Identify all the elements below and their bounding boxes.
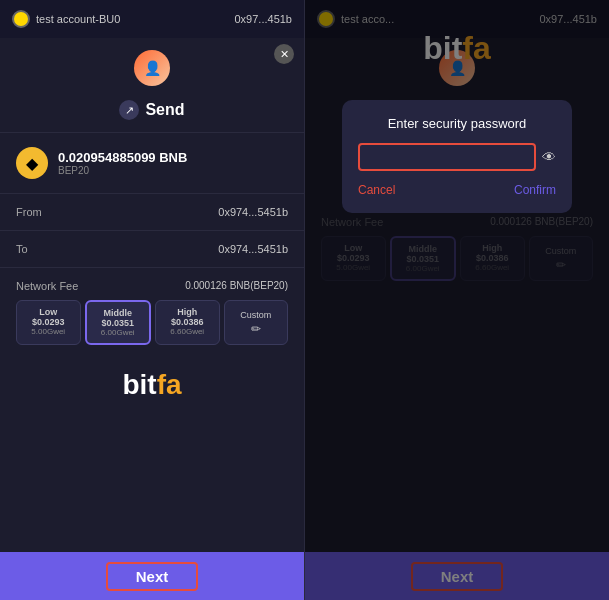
divider-2-left (0, 193, 304, 194)
fee-header-left: Network Fee 0.000126 BNB(BEP20) (16, 280, 288, 292)
avatar-row-left: 👤 (0, 38, 304, 92)
account-address-left: 0x97...451b (235, 13, 293, 25)
bitfa-logo-left: bitfa (0, 353, 304, 409)
fee-middle-type-left: Middle (91, 308, 146, 318)
send-icon-left: ↗ (119, 100, 139, 120)
close-button-left[interactable]: ✕ (274, 44, 294, 64)
to-value-left: 0x974...5451b (218, 243, 288, 255)
password-input[interactable] (358, 143, 536, 171)
fee-high-btn-left[interactable]: High $0.0386 6.60Gwei (155, 300, 220, 345)
divider-4-left (0, 267, 304, 268)
fee-high-type-left: High (160, 307, 215, 317)
fee-amount-left: 0.000126 BNB(BEP20) (185, 280, 288, 292)
fee-label-left: Network Fee (16, 280, 78, 292)
divider-1-left (0, 132, 304, 133)
bnb-icon-left: ◆ (16, 147, 48, 179)
fee-section-left: Network Fee 0.000126 BNB(BEP20) Low $0.0… (0, 272, 304, 353)
fee-high-usd-left: $0.0386 (160, 317, 215, 327)
modal-title: Enter security password (358, 116, 556, 131)
next-button-left[interactable]: Next (106, 562, 199, 591)
fee-low-btn-left[interactable]: Low $0.0293 5.00Gwei (16, 300, 81, 345)
eye-icon[interactable]: 👁 (542, 149, 556, 165)
bitfa-bit-left: bit (122, 369, 156, 400)
from-value-left: 0x974...5451b (218, 206, 288, 218)
modal-overlay: Enter security password 👁 Cancel Confirm (305, 0, 609, 600)
cancel-button[interactable]: Cancel (358, 183, 395, 197)
from-row-left: From 0x974...5451b (0, 198, 304, 226)
modal-actions: Cancel Confirm (358, 183, 556, 197)
left-panel: test account-BU0 0x97...451b 👤 ✕ ↗ Send … (0, 0, 304, 600)
right-panel: test acco... 0x97...451b bitfa 👤 ↗ Send … (304, 0, 609, 600)
to-label-left: To (16, 243, 28, 255)
security-password-modal: Enter security password 👁 Cancel Confirm (342, 100, 572, 213)
fee-middle-usd-left: $0.0351 (91, 318, 146, 328)
token-amount-left: 0.020954885099 BNB (58, 150, 187, 165)
fee-low-gwei-left: 5.00Gwei (21, 327, 76, 336)
account-info-left: test account-BU0 (12, 10, 120, 28)
edit-icon-left: ✏ (251, 322, 261, 336)
fee-custom-btn-left[interactable]: Custom ✏ (224, 300, 289, 345)
fee-options-left: Low $0.0293 5.00Gwei Middle $0.0351 6.00… (16, 300, 288, 345)
password-row: 👁 (358, 143, 556, 171)
confirm-button[interactable]: Confirm (514, 183, 556, 197)
send-title-left: Send (145, 101, 184, 119)
fee-low-usd-left: $0.0293 (21, 317, 76, 327)
bitfa-fa-left: fa (157, 369, 182, 400)
from-label-left: From (16, 206, 42, 218)
account-dot-left (12, 10, 30, 28)
fee-high-gwei-left: 6.60Gwei (160, 327, 215, 336)
to-row-left: To 0x974...5451b (0, 235, 304, 263)
fee-custom-text-left: Custom (240, 310, 271, 320)
fee-middle-gwei-left: 6.00Gwei (91, 328, 146, 337)
divider-3-left (0, 230, 304, 231)
token-row-left: ◆ 0.020954885099 BNB BEP20 (0, 137, 304, 189)
top-bar-left: test account-BU0 0x97...451b (0, 0, 304, 38)
fee-middle-btn-left[interactable]: Middle $0.0351 6.00Gwei (85, 300, 152, 345)
token-info-left: 0.020954885099 BNB BEP20 (58, 150, 187, 176)
fee-low-type-left: Low (21, 307, 76, 317)
token-network-left: BEP20 (58, 165, 187, 176)
account-name-left: test account-BU0 (36, 13, 120, 25)
send-header-left: ↗ Send (0, 92, 304, 128)
avatar-left: 👤 (134, 50, 170, 86)
bottom-bar-left: Next (0, 552, 304, 600)
